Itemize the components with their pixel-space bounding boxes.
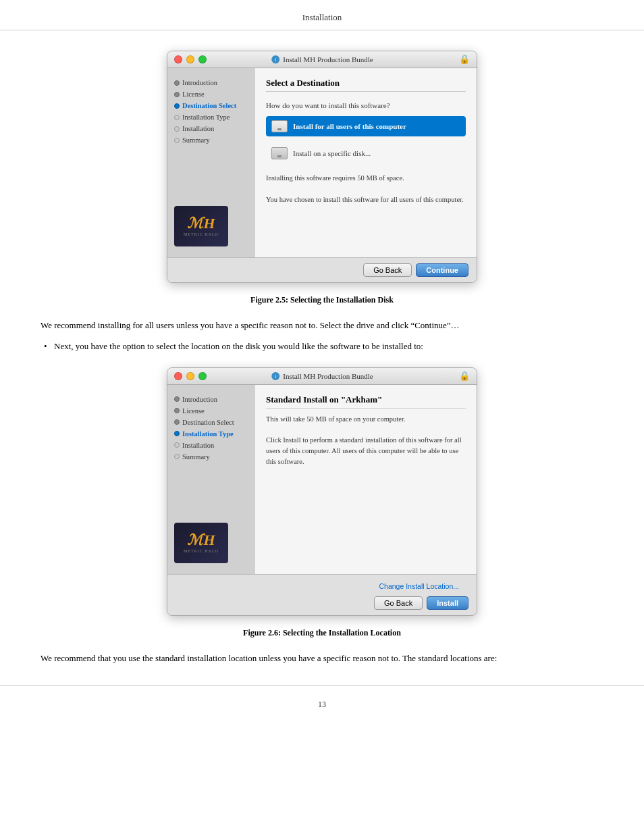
window-title-1: i Install MH Production Bundle (271, 55, 373, 64)
sidebar2-item-install-type: Installation Type (174, 430, 248, 438)
close-button-2[interactable] (174, 372, 182, 380)
minimize-button-2[interactable] (186, 372, 194, 380)
body-text-2: We recommend that you use the standard i… (41, 652, 603, 666)
window-body-1: Introduction License Destination Select … (167, 68, 477, 257)
figure-1-caption: Figure 2.5: Selecting the Installation D… (41, 295, 603, 305)
installer-icon: i (271, 55, 280, 64)
bullet-item-1: Next, you have the option to select the … (41, 340, 603, 354)
page-footer: 13 (0, 685, 644, 716)
install-button[interactable]: Install (427, 596, 468, 610)
maximize-button-2[interactable] (198, 372, 207, 380)
titlebar-2: i Install MH Production Bundle 🔒 (167, 368, 477, 385)
sidebar2-dot-installation (174, 442, 180, 448)
sidebar2-dot-destination (174, 419, 180, 425)
section-title-2: Standard Install on "Arkham" (266, 394, 466, 409)
logo-mh-letters-2: ℳH (187, 533, 215, 548)
logo-brand-text: METRIC HALO (184, 232, 219, 236)
section-subtitle-1: How do you want to install this software… (266, 101, 466, 109)
sidebar-dot-installation (174, 126, 180, 132)
continue-button-1[interactable]: Continue (416, 263, 468, 277)
sidebar2-dot-license (174, 408, 180, 413)
footer-buttons-2: Go Back Install (374, 596, 468, 610)
sidebar-item-license: License (174, 90, 248, 98)
installer-icon-2: i (271, 371, 280, 381)
header-title: Installation (302, 12, 342, 22)
sidebar-dot-destination (174, 103, 180, 109)
lock-icon-2: 🔒 (459, 371, 470, 382)
disk-icon-specific (271, 147, 288, 159)
window-footer-1: Go Back Continue (167, 257, 477, 282)
sidebar2-dot-introduction (174, 396, 180, 402)
body-text-1: We recommend installing for all users un… (41, 319, 603, 333)
sidebar-dot-introduction (174, 80, 180, 86)
change-install-location-button[interactable]: Change Install Location... (370, 580, 469, 592)
sidebar2-item-installation: Installation (174, 442, 248, 449)
install-info: Installing this software requires 50 MB … (266, 173, 466, 205)
sidebar-1: Introduction License Destination Select … (167, 68, 255, 257)
sidebar-item-destination: Destination Select (174, 102, 248, 109)
sidebar-dot-license (174, 92, 180, 97)
sidebar-item-installation: Installation (174, 125, 248, 132)
window-footer-2: Change Install Location... Go Back Insta… (167, 574, 477, 615)
location-info: This will take 50 MB of space on your co… (266, 414, 466, 467)
install-option-all-users[interactable]: Install for all users of this computer (266, 116, 466, 136)
titlebar-1: i Install MH Production Bundle 🔒 (167, 51, 477, 68)
maximize-button[interactable] (198, 55, 207, 63)
sidebar-dot-summary (174, 138, 180, 143)
go-back-button-2[interactable]: Go Back (374, 596, 423, 610)
install-option-specific-disk[interactable]: Install on a specific disk... (266, 143, 466, 163)
minimize-button[interactable] (186, 55, 194, 63)
lock-icon: 🔒 (459, 54, 470, 65)
logo-brand-text-2: METRIC HALO (184, 549, 219, 553)
sidebar2-item-summary: Summary (174, 453, 248, 461)
sidebar-logo-2: ℳH METRIC HALO (174, 509, 248, 563)
sidebar-item-summary: Summary (174, 136, 248, 144)
sidebar-item-introduction: Introduction (174, 79, 248, 86)
metric-halo-logo-2: ℳH METRIC HALO (174, 523, 228, 563)
page-header: Installation (0, 0, 644, 30)
sidebar-dot-install-type (174, 115, 180, 120)
sidebar2-dot-install-type (174, 431, 180, 436)
page-number: 13 (318, 700, 326, 709)
sidebar2-dot-summary (174, 454, 180, 459)
sidebar2-item-introduction: Introduction (174, 396, 248, 403)
installer-window-1: i Install MH Production Bundle 🔒 Introdu… (167, 51, 477, 283)
section-title-1: Select a Destination (266, 78, 466, 92)
sidebar-logo: ℳH METRIC HALO (174, 192, 248, 246)
disk-icon-all-users (271, 120, 288, 132)
go-back-button-1[interactable]: Go Back (363, 263, 412, 277)
option-all-users-label: Install for all users of this computer (293, 122, 406, 130)
close-button[interactable] (174, 55, 182, 63)
window-main-1: Select a Destination How do you want to … (255, 68, 477, 257)
option-specific-label: Install on a specific disk... (293, 149, 371, 157)
metric-halo-logo: ℳH METRIC HALO (174, 206, 228, 246)
figure-2-caption: Figure 2.6: Selecting the Installation L… (41, 628, 603, 638)
sidebar2-item-destination: Destination Select (174, 419, 248, 426)
sidebar-2: Introduction License Destination Select … (167, 385, 255, 574)
window-title-2: i Install MH Production Bundle (271, 371, 373, 381)
installer-window-2: i Install MH Production Bundle 🔒 Introdu… (167, 367, 477, 616)
logo-mh-letters: ℳH (187, 216, 215, 231)
window-body-2: Introduction License Destination Select … (167, 385, 477, 574)
window-main-2: Standard Install on "Arkham" This will t… (255, 385, 477, 574)
sidebar2-item-license: License (174, 407, 248, 415)
sidebar-item-install-type: Installation Type (174, 113, 248, 121)
